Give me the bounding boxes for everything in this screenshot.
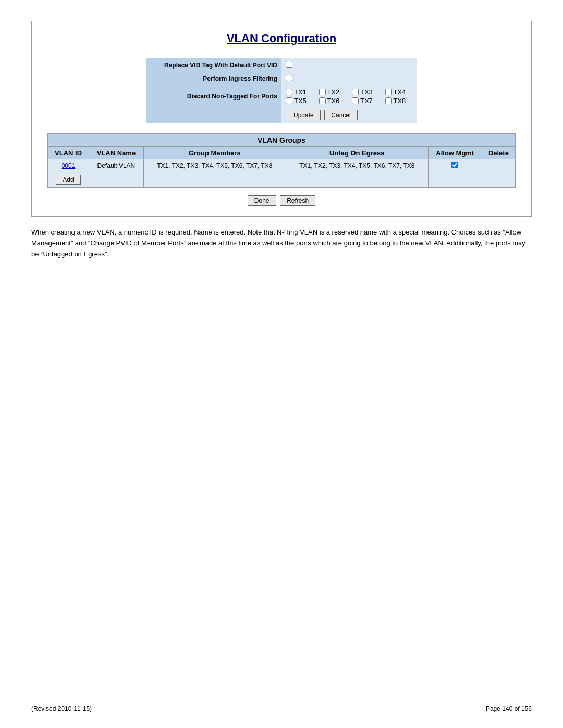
footer: (Revised 2010-11-15) Page 140 of 156	[31, 705, 532, 712]
col-group-members: Group Members	[143, 147, 286, 159]
ingress-value	[282, 72, 417, 85]
port-tx4-label: TX4	[394, 88, 406, 96]
port-tx8-label: TX8	[394, 97, 406, 105]
discard-ports: TX1 TX2 TX3 TX4	[282, 85, 417, 107]
col-untag-on-egress: Untag On Egress	[286, 147, 428, 159]
config-buttons-cell: Update Cancel	[282, 107, 417, 123]
vlan-allow-mgmt-cell	[428, 159, 482, 172]
col-vlan-id: VLAN ID	[48, 147, 89, 159]
table-row: 0001 Default VLAN TX1, TX2, TX3, TX4, TX…	[48, 159, 516, 172]
replace-vid-value	[282, 58, 417, 72]
port-tx4: TX4	[385, 88, 413, 96]
port-tx2-checkbox[interactable]	[319, 89, 326, 95]
vlan-id-link[interactable]: 0001	[62, 162, 76, 169]
update-button[interactable]: Update	[287, 110, 321, 120]
discard-row: Discard Non-Tagged For Ports TX1 TX2	[146, 85, 417, 107]
page-title: VLAN Configuration	[47, 32, 516, 45]
port-tx5: TX5	[286, 97, 314, 105]
cancel-button[interactable]: Cancel	[324, 110, 357, 120]
port-tx5-checkbox[interactable]	[286, 97, 292, 104]
port-tx6-label: TX6	[327, 97, 340, 105]
ingress-checkbox[interactable]	[286, 75, 292, 81]
footer-revised: (Revised 2010-11-15)	[31, 705, 92, 712]
col-allow-mgmt: Allow Mgmt	[428, 147, 482, 159]
port-tx8: TX8	[385, 97, 413, 105]
port-tx1-label: TX1	[294, 88, 307, 96]
refresh-button[interactable]: Refresh	[280, 195, 315, 206]
replace-vid-row: Replace VID Tag With Default Port VID	[146, 58, 417, 72]
col-vlan-name: VLAN Name	[89, 147, 144, 159]
col-delete: Delete	[482, 147, 515, 159]
vlan-members-cell: TX1, TX2, TX3, TX4, TX5, TX6, TX7, TX8	[143, 159, 286, 172]
port-tx6-checkbox[interactable]	[319, 97, 326, 104]
port-tx1: TX1	[286, 88, 314, 96]
vlan-groups-section: VLAN Groups VLAN ID VLAN Name Group Memb…	[47, 133, 516, 188]
port-tx2: TX2	[319, 88, 347, 96]
footer-page: Page 140 of 156	[486, 705, 532, 712]
port-tx7-label: TX7	[360, 97, 373, 105]
ports-grid: TX1 TX2 TX3 TX4	[286, 88, 413, 105]
port-tx3-checkbox[interactable]	[352, 89, 359, 95]
config-buttons-row: Update Cancel	[146, 107, 417, 123]
add-button[interactable]: Add	[56, 175, 80, 185]
vlan-id-cell: 0001	[48, 159, 89, 172]
vlan-delete-cell	[482, 159, 515, 172]
port-tx6: TX6	[319, 97, 347, 105]
port-tx3: TX3	[352, 88, 380, 96]
port-tx8-checkbox[interactable]	[385, 97, 392, 104]
vlan-name-cell: Default VLAN	[89, 159, 144, 172]
vlan-title-row: VLAN Groups	[48, 134, 516, 147]
bottom-buttons: Done Refresh	[47, 195, 516, 206]
replace-vid-checkbox[interactable]	[286, 61, 292, 68]
ingress-row: Perform Ingress Filtering	[146, 72, 417, 85]
port-tx1-checkbox[interactable]	[286, 89, 292, 95]
port-tx7: TX7	[352, 97, 380, 105]
port-tx3-label: TX3	[360, 88, 373, 96]
port-tx2-label: TX2	[327, 88, 340, 96]
description-text: When creating a new VLAN, a numeric ID i…	[31, 227, 532, 260]
config-table: Replace VID Tag With Default Port VID Pe…	[146, 58, 417, 123]
add-button-cell: Add	[48, 172, 89, 188]
ingress-label: Perform Ingress Filtering	[146, 72, 282, 85]
vlan-groups-table: VLAN Groups VLAN ID VLAN Name Group Memb…	[47, 133, 516, 188]
discard-label: Discard Non-Tagged For Ports	[146, 85, 282, 107]
done-button[interactable]: Done	[248, 195, 276, 206]
allow-mgmt-checkbox[interactable]	[451, 162, 458, 168]
port-tx5-label: TX5	[294, 97, 307, 105]
port-tx7-checkbox[interactable]	[352, 97, 359, 104]
main-panel: VLAN Configuration Replace VID Tag With …	[31, 21, 532, 217]
vlan-header-row: VLAN ID VLAN Name Group Members Untag On…	[48, 147, 516, 159]
vlan-section-title: VLAN Groups	[48, 134, 516, 147]
vlan-untag-cell: TX1, TX2, TX3, TX4, TX5, TX6, TX7, TX8	[286, 159, 428, 172]
port-tx4-checkbox[interactable]	[385, 89, 392, 95]
replace-vid-label: Replace VID Tag With Default Port VID	[146, 58, 282, 72]
vlan-add-row: Add	[48, 172, 516, 188]
